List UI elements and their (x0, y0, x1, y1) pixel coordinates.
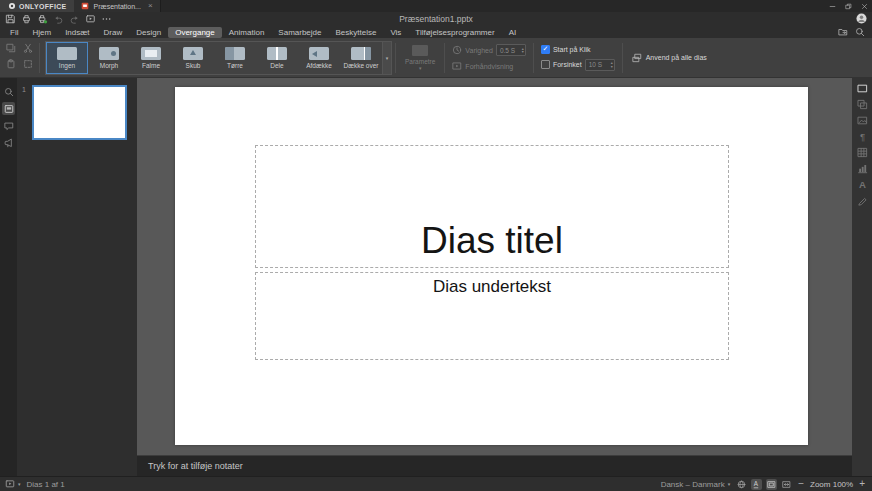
transition-ingen[interactable]: Ingen (46, 42, 88, 74)
delay-input[interactable]: 10 S ▴▾ (585, 59, 615, 71)
parameters-button[interactable]: Parametre ▾ (399, 45, 441, 70)
document-tab-label: Præsentation... (93, 3, 140, 10)
textart-settings-button[interactable]: A (857, 179, 868, 190)
transition-label: Tørre (227, 62, 243, 69)
tab-samarbejde[interactable]: Samarbejde (271, 27, 328, 38)
start-slideshow-button[interactable] (84, 13, 97, 25)
signature-settings-button[interactable] (857, 195, 868, 206)
search-panel-button[interactable] (2, 85, 15, 98)
paste-button[interactable] (5, 58, 17, 70)
document-tab[interactable]: Præsentation... × (74, 0, 160, 12)
fit-slide-button[interactable] (766, 479, 777, 490)
zoom-out-button[interactable]: − (798, 479, 804, 489)
duration-label: Varighed (465, 47, 493, 54)
spellcheck-button[interactable]: A (751, 479, 762, 490)
apply-to-all-slides-button[interactable]: Anvend på alle dias (626, 53, 713, 63)
slide-settings-button[interactable] (857, 83, 868, 94)
tab-vis[interactable]: Vis (383, 27, 408, 38)
right-toolbar: ¶A (852, 78, 872, 476)
comments-panel-button[interactable] (2, 119, 15, 132)
transition-skub[interactable]: Skub (172, 42, 214, 74)
title-placeholder[interactable]: Dias titel (255, 145, 729, 268)
transition-falme[interactable]: Falme (130, 42, 172, 74)
tab-fil[interactable]: Fil (3, 27, 25, 38)
slides-panel-button[interactable] (2, 102, 15, 115)
transition-none-icon (57, 47, 77, 60)
ribbon-separator (444, 43, 445, 73)
tab-animation[interactable]: Animation (222, 27, 272, 38)
delay-checkbox[interactable] (541, 60, 550, 69)
notes-area[interactable]: Tryk for at tilføje notater (137, 455, 852, 476)
tab-overgange[interactable]: Overgange (168, 27, 222, 38)
transition-dele[interactable]: Dele (256, 42, 298, 74)
tab-ai[interactable]: AI (502, 27, 524, 38)
redo-button[interactable] (68, 13, 81, 25)
select-all-button[interactable] (22, 58, 34, 70)
apply-all-icon (632, 53, 642, 63)
titlebar: ONLYOFFICE Præsentation... × (0, 0, 872, 12)
tab-beskyttelse[interactable]: Beskyttelse (328, 27, 383, 38)
onlyoffice-app-button[interactable]: ONLYOFFICE (0, 0, 74, 12)
tab-tilf-jelsesprogrammer[interactable]: Tilføjelsesprogrammer (408, 27, 501, 38)
transitions-gallery: IngenMorphFalmeSkubTørreDeleAfdækkeDække… (45, 41, 392, 75)
tab-draw[interactable]: Draw (97, 27, 130, 38)
open-location-icon[interactable] (838, 27, 848, 37)
slide-title-text: Dias titel (421, 220, 563, 262)
shape-settings-button[interactable] (857, 99, 868, 110)
language-label[interactable]: Dansk – Danmark (661, 480, 725, 489)
spinner-arrows-icon[interactable]: ▴▾ (522, 47, 524, 53)
start-on-click-checkbox[interactable]: ✓ (541, 45, 550, 54)
document-title: Præsentation1.pptx (0, 14, 872, 24)
print-button[interactable] (20, 13, 33, 25)
slide-canvas[interactable]: Dias titel Dias undertekst (175, 87, 808, 445)
spinner-arrows-icon[interactable]: ▴▾ (611, 61, 613, 67)
search-icon[interactable] (855, 27, 865, 37)
main-area: 1 Dias titel Dias undertekst ▲ ▼ Tryk fo… (0, 78, 872, 476)
slide-counter: Dias 1 af 1 (27, 480, 65, 489)
zoom-in-button[interactable]: + (859, 479, 865, 489)
spellcheck-language-button[interactable] (736, 479, 747, 490)
close-button[interactable] (856, 0, 872, 12)
gallery-more-button[interactable]: ▾ (382, 42, 391, 74)
image-settings-button[interactable] (857, 115, 868, 126)
apply-all-label: Anvend på alle dias (646, 54, 707, 61)
menu-right-icons (838, 27, 872, 37)
clipboard-group (0, 42, 36, 73)
paragraph-settings-button[interactable]: ¶ (857, 131, 868, 142)
save-button[interactable] (4, 13, 17, 25)
minimize-button[interactable] (824, 0, 840, 12)
copy-button[interactable] (5, 42, 17, 54)
transition-morph[interactable]: Morph (88, 42, 130, 74)
user-avatar[interactable] (856, 13, 867, 24)
undo-button[interactable] (52, 13, 65, 25)
ribbon-separator (395, 43, 396, 73)
tab-hjem[interactable]: Hjem (25, 27, 58, 38)
transition-afd-kke[interactable]: Afdække (298, 42, 340, 74)
statusbar-right: Dansk – Danmark ▾ A − Zoom 100% + (661, 479, 872, 490)
close-tab-icon[interactable]: × (148, 2, 153, 10)
fit-width-button[interactable] (781, 479, 792, 490)
start-slideshow-icon[interactable] (5, 479, 15, 489)
zoom-level: Zoom 100% (810, 480, 853, 489)
cut-button[interactable] (22, 42, 34, 54)
feedback-panel-button[interactable] (2, 136, 15, 149)
transition-t-rre[interactable]: Tørre (214, 42, 256, 74)
quick-print-button[interactable] (36, 13, 49, 25)
transition-d-kke-over[interactable]: Dække over (340, 42, 382, 74)
chevron-down-icon[interactable]: ▾ (18, 483, 21, 486)
duration-input[interactable]: 0.5 S ▴▾ (496, 44, 526, 56)
slide-thumbnail[interactable] (32, 85, 127, 140)
delay-label: Forsinket (553, 61, 582, 68)
restore-button[interactable] (840, 0, 856, 12)
tab-inds-t[interactable]: Indsæt (58, 27, 96, 38)
more-button[interactable] (100, 13, 113, 25)
window-controls (824, 0, 872, 12)
chart-settings-button[interactable] (857, 163, 868, 174)
slide-subtitle-text: Dias undertekst (433, 277, 551, 297)
transition-uncover-icon (309, 47, 329, 60)
tab-design[interactable]: Design (129, 27, 168, 38)
timing-group: Varighed 0.5 S ▴▾ Forhåndvisning (448, 44, 530, 71)
table-settings-button[interactable] (857, 147, 868, 158)
chevron-down-icon[interactable]: ▾ (728, 483, 731, 486)
subtitle-placeholder[interactable]: Dias undertekst (255, 272, 729, 360)
